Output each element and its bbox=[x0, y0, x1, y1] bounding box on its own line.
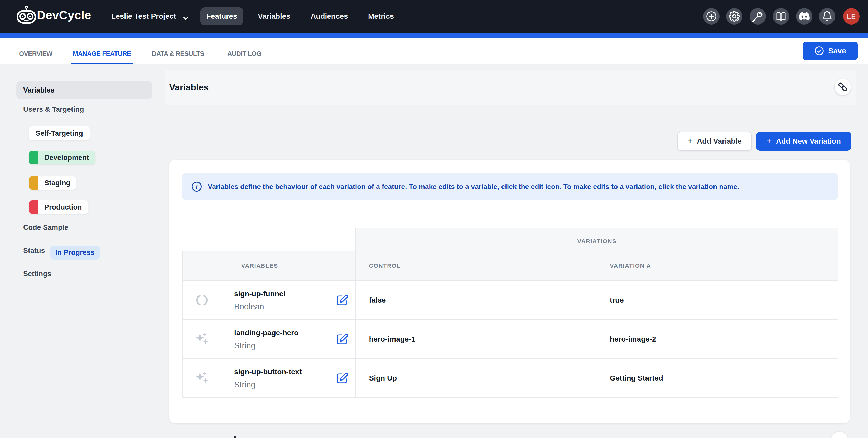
svg-text:i: i bbox=[196, 183, 198, 190]
